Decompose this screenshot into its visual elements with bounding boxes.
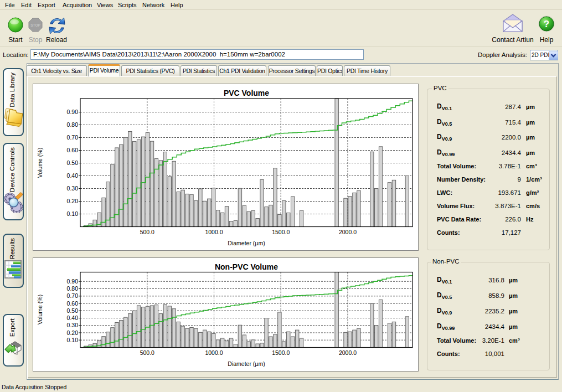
svg-text:0.10: 0.10 <box>67 337 79 343</box>
svg-text:500.0: 500.0 <box>140 229 154 235</box>
svg-text:1000.0: 1000.0 <box>205 349 223 356</box>
svg-text:0.80: 0.80 <box>67 285 79 292</box>
svg-text:Diameter (µm): Diameter (µm) <box>228 360 265 367</box>
svg-text:?: ? <box>544 19 549 29</box>
svg-text:Volume (%): Volume (%) <box>37 148 43 178</box>
svg-text:0.90: 0.90 <box>67 278 79 285</box>
svg-text:0.60: 0.60 <box>67 300 79 307</box>
svg-text:0.70: 0.70 <box>67 292 79 299</box>
svg-text:500.0: 500.0 <box>140 349 154 356</box>
svg-text:0.70: 0.70 <box>67 134 79 141</box>
svg-text:0.40: 0.40 <box>67 172 79 179</box>
svg-text:0.10: 0.10 <box>67 210 79 217</box>
svg-text:2000.0: 2000.0 <box>339 229 357 235</box>
svg-text:2000.0: 2000.0 <box>339 349 357 356</box>
svg-text:1500.0: 1500.0 <box>272 349 290 356</box>
svg-text:0.80: 0.80 <box>67 121 79 128</box>
svg-text:1500.0: 1500.0 <box>272 229 290 235</box>
svg-text:0.90: 0.90 <box>67 109 79 115</box>
svg-text:0.30: 0.30 <box>67 185 79 192</box>
svg-text:Diameter (µm): Diameter (µm) <box>228 240 265 246</box>
svg-text:Volume (%): Volume (%) <box>37 295 43 324</box>
svg-text:0.20: 0.20 <box>67 198 79 204</box>
svg-text:STOP: STOP <box>30 23 40 27</box>
svg-text:0.50: 0.50 <box>67 307 79 314</box>
svg-text:0.20: 0.20 <box>67 329 79 336</box>
svg-text:0.60: 0.60 <box>67 147 79 153</box>
svg-text:0.30: 0.30 <box>67 322 79 328</box>
svg-text:0.50: 0.50 <box>67 159 79 166</box>
svg-text:PVC Volume: PVC Volume <box>224 89 269 97</box>
svg-text:Non-PVC Volume: Non-PVC Volume <box>215 262 278 271</box>
svg-text:0.40: 0.40 <box>67 314 79 321</box>
svg-text:1000.0: 1000.0 <box>205 229 223 235</box>
